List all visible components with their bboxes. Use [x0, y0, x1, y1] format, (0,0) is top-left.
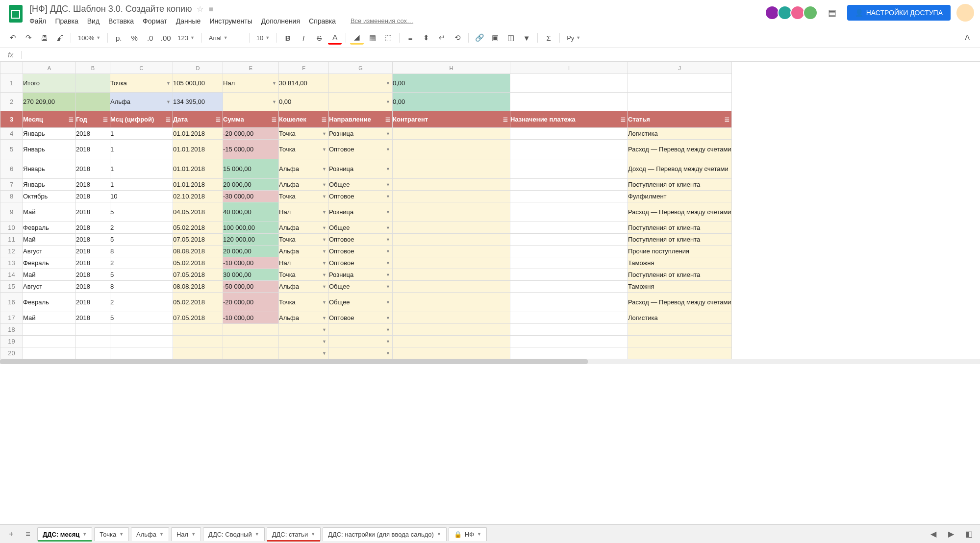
cell[interactable]: 08.08.2018	[173, 281, 223, 293]
cell[interactable]	[393, 347, 510, 359]
table-header[interactable]: Месяц☰	[23, 111, 76, 128]
sheet-tab[interactable]: Точка ▼	[94, 527, 129, 541]
decrease-decimal-button[interactable]: .0	[143, 31, 157, 45]
cell[interactable]: 5	[110, 312, 173, 324]
cell[interactable]	[628, 336, 732, 347]
menu-Данные[interactable]: Данные	[176, 17, 201, 25]
cell[interactable]: 2018	[76, 140, 110, 159]
cell[interactable]: Поступления от клиента	[628, 222, 732, 234]
sheet-tab[interactable]: ДДС: статьи ▼	[267, 527, 321, 541]
cell[interactable]: Май	[23, 234, 76, 246]
cell[interactable]	[393, 281, 510, 293]
percent-button[interactable]: %	[127, 31, 141, 45]
font-select[interactable]: Arial▼	[206, 34, 245, 42]
dropdown-icon[interactable]: ▼	[386, 249, 390, 254]
sheet-tab[interactable]: 🔒 НФ ▼	[449, 527, 487, 541]
bold-button[interactable]: B	[281, 31, 295, 45]
cell[interactable]: Расход — Перевод между счетами	[628, 140, 732, 159]
row-header[interactable]: 17	[0, 312, 23, 324]
filter-icon[interactable]: ☰	[103, 116, 108, 123]
cell[interactable]: 5	[110, 234, 173, 246]
formula-input[interactable]	[22, 51, 980, 58]
cell[interactable]	[393, 179, 510, 191]
cell[interactable]: 30 814,00	[279, 74, 329, 93]
dropdown-icon[interactable]: ▼	[386, 182, 390, 187]
dropdown-icon[interactable]: ▼	[322, 237, 327, 242]
cell[interactable]: 0,00	[279, 93, 329, 111]
cell[interactable]	[510, 222, 628, 234]
sheet-tab[interactable]: Нал ▼	[171, 527, 201, 541]
cell[interactable]: 1	[110, 128, 173, 140]
cell[interactable]: Расход — Перевод между счетами	[628, 202, 732, 222]
dropdown-icon[interactable]: ▼	[272, 81, 276, 86]
col-header-B[interactable]: B	[76, 62, 110, 74]
dropdown-icon[interactable]: ▼	[322, 327, 327, 332]
select-all-corner[interactable]	[0, 62, 23, 74]
dropdown-icon[interactable]: ▼	[322, 249, 327, 254]
dropdown-icon[interactable]: ▼	[322, 210, 327, 215]
cell[interactable]	[510, 93, 628, 111]
cell[interactable]: Август	[23, 281, 76, 293]
chevron-down-icon[interactable]: ▼	[255, 532, 259, 537]
dropdown-icon[interactable]: ▼	[272, 99, 276, 104]
cell[interactable]	[23, 324, 76, 336]
sheet-tab[interactable]: ДДС: Сводный ▼	[203, 527, 265, 541]
table-header[interactable]: Сумма☰	[223, 111, 279, 128]
col-header-D[interactable]: D	[173, 62, 223, 74]
cell[interactable]: Поступления от клиента	[628, 179, 732, 191]
dropdown-icon[interactable]: ▼	[386, 99, 390, 104]
cell[interactable]: Альфа▼	[279, 281, 329, 293]
cell[interactable]: ▼	[329, 347, 393, 359]
folder-icon[interactable]: ■	[208, 5, 213, 14]
dropdown-icon[interactable]: ▼	[322, 339, 327, 344]
row-header[interactable]: 2	[0, 93, 23, 111]
cell[interactable]: Альфа▼	[110, 93, 173, 111]
menu-Правка[interactable]: Правка	[55, 17, 78, 25]
col-header-G[interactable]: G	[329, 62, 393, 74]
cell[interactable]: Таможня	[628, 281, 732, 293]
cell[interactable]: 20 000,00	[223, 246, 279, 257]
row-header[interactable]: 20	[0, 347, 23, 359]
link-button[interactable]: 🔗	[473, 31, 486, 45]
cell[interactable]: 134 395,00	[173, 93, 223, 111]
row-header[interactable]: 9	[0, 202, 23, 222]
table-header[interactable]: Кошелек☰	[279, 111, 329, 128]
borders-button[interactable]: ▦	[366, 31, 379, 45]
rotate-button[interactable]: ⟲	[451, 31, 464, 45]
cell[interactable]	[110, 324, 173, 336]
cell[interactable]	[510, 257, 628, 269]
cell[interactable]: 1	[110, 159, 173, 179]
row-header[interactable]: 14	[0, 269, 23, 281]
explore-button[interactable]: ◧	[961, 527, 976, 542]
col-header-H[interactable]: H	[393, 62, 510, 74]
cell[interactable]: Оптовое▼	[329, 246, 393, 257]
zoom-select[interactable]: 100%▼	[75, 34, 103, 42]
cell[interactable]: Май	[23, 269, 76, 281]
cell[interactable]: Точка▼	[279, 269, 329, 281]
dropdown-icon[interactable]: ▼	[322, 284, 327, 289]
cell[interactable]: 10	[110, 191, 173, 202]
cell[interactable]: 07.05.2018	[173, 312, 223, 324]
dropdown-icon[interactable]: ▼	[322, 316, 327, 321]
cell[interactable]: Оптовое▼	[329, 234, 393, 246]
chevron-down-icon[interactable]: ▼	[311, 532, 315, 537]
paint-format-button[interactable]: 🖌	[53, 31, 67, 45]
v-align-button[interactable]: ⬍	[419, 31, 433, 45]
cell[interactable]: Логистика	[628, 128, 732, 140]
col-header-F[interactable]: F	[279, 62, 329, 74]
row-header[interactable]: 13	[0, 257, 23, 269]
cell[interactable]: 1	[110, 179, 173, 191]
row-header[interactable]: 10	[0, 222, 23, 234]
cell[interactable]	[510, 312, 628, 324]
dropdown-icon[interactable]: ▼	[386, 131, 390, 136]
cell[interactable]: 07.05.2018	[173, 269, 223, 281]
row-header[interactable]: 7	[0, 179, 23, 191]
cell[interactable]: 0,00	[393, 93, 510, 111]
cell[interactable]	[393, 336, 510, 347]
cell[interactable]: 2018	[76, 191, 110, 202]
cell[interactable]	[76, 74, 110, 93]
dropdown-icon[interactable]: ▼	[322, 131, 327, 136]
cell[interactable]	[76, 336, 110, 347]
cell[interactable]	[628, 74, 732, 93]
table-header[interactable]: Год☰	[76, 111, 110, 128]
